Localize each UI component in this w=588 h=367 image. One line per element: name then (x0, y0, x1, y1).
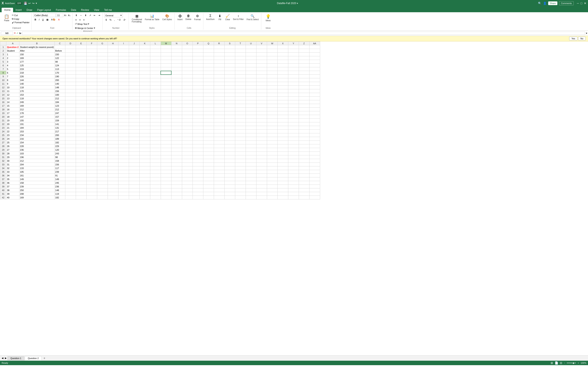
delete-cells-button[interactable]: 🗑 Delete (184, 13, 192, 21)
row-number-30[interactable]: 30 (0, 152, 6, 155)
cell-R19[interactable] (214, 111, 224, 115)
cell-L39[interactable] (150, 185, 161, 188)
cell-R17[interactable] (214, 104, 224, 108)
cell-Z7[interactable] (299, 67, 309, 71)
cell-W5[interactable] (267, 60, 277, 64)
cell-L5[interactable] (150, 60, 161, 64)
cell-I36[interactable] (118, 174, 129, 177)
cell-G31[interactable] (97, 155, 108, 159)
col-header-X[interactable]: X (277, 42, 288, 45)
cell-P40[interactable] (192, 188, 203, 192)
row-number-13[interactable]: 13 (0, 89, 6, 93)
cell-Q34[interactable] (203, 166, 214, 170)
cell-U11[interactable] (246, 82, 256, 86)
cell-G24[interactable] (97, 130, 108, 133)
cell-AA25[interactable] (309, 133, 320, 137)
cell-R13[interactable] (214, 89, 224, 93)
cell-X24[interactable] (277, 130, 288, 133)
cell-I9[interactable] (118, 75, 129, 78)
cell-G32[interactable] (97, 159, 108, 163)
cell-T4[interactable] (235, 56, 246, 60)
row-number-28[interactable]: 28 (0, 144, 6, 148)
cell-P35[interactable] (192, 170, 203, 174)
cell-G23[interactable] (97, 126, 108, 130)
formula-input[interactable] (22, 32, 585, 35)
cell-U23[interactable] (246, 126, 256, 130)
cell-N36[interactable] (171, 174, 182, 177)
cell-I23[interactable] (118, 126, 129, 130)
cell-B22[interactable]: 191 (19, 122, 54, 126)
autosave-toggle[interactable]: OFF (16, 2, 22, 5)
cell-S20[interactable] (224, 115, 235, 119)
cell-A27[interactable]: 25 (6, 141, 19, 144)
cell-C3[interactable]: 150 (54, 53, 65, 56)
cell-I37[interactable] (118, 177, 129, 181)
underline-button[interactable]: U (41, 18, 45, 22)
cell-I41[interactable] (118, 192, 129, 196)
cell-N18[interactable] (171, 108, 182, 111)
cell-C1[interactable] (54, 45, 65, 49)
cell-O31[interactable] (182, 155, 192, 159)
cell-AA33[interactable] (309, 163, 320, 166)
cell-O18[interactable] (182, 108, 192, 111)
cell-J18[interactable] (129, 108, 139, 111)
cell-V2[interactable] (256, 49, 267, 53)
cell-D1[interactable] (65, 45, 76, 49)
cell-O21[interactable] (182, 119, 192, 122)
cell-AA2[interactable] (309, 49, 320, 53)
cancel-formula-icon[interactable]: ✕ (14, 32, 16, 34)
cell-F3[interactable] (86, 53, 97, 56)
row-number-36[interactable]: 36 (0, 174, 6, 177)
cell-G16[interactable] (97, 100, 108, 104)
cell-O13[interactable] (182, 89, 192, 93)
cell-O1[interactable] (182, 45, 192, 49)
cell-N11[interactable] (171, 82, 182, 86)
cell-H18[interactable] (108, 108, 118, 111)
cell-V19[interactable] (256, 111, 267, 115)
cell-B38[interactable]: 158 (19, 181, 54, 185)
cell-P17[interactable] (192, 104, 203, 108)
cell-H31[interactable] (108, 155, 118, 159)
cell-S22[interactable] (224, 122, 235, 126)
cell-E20[interactable] (76, 115, 86, 119)
cell-T39[interactable] (235, 185, 246, 188)
cell-V7[interactable] (256, 67, 267, 71)
cell-Q27[interactable] (203, 141, 214, 144)
cell-W14[interactable] (267, 93, 277, 97)
cell-K40[interactable] (139, 188, 150, 192)
cell-I39[interactable] (118, 185, 129, 188)
cell-M41[interactable] (161, 192, 171, 196)
cell-L34[interactable] (150, 166, 161, 170)
cell-V6[interactable] (256, 64, 267, 67)
cell-S9[interactable] (224, 75, 235, 78)
cell-Y16[interactable] (288, 100, 299, 104)
cell-M34[interactable] (161, 166, 171, 170)
cell-AA15[interactable] (309, 97, 320, 100)
cell-T26[interactable] (235, 137, 246, 141)
cell-Q1[interactable] (203, 45, 214, 49)
tab-insert[interactable]: Insert (13, 8, 24, 12)
row-number-17[interactable]: 17 (0, 104, 6, 108)
cell-W32[interactable] (267, 159, 277, 163)
cell-P24[interactable] (192, 130, 203, 133)
cell-L26[interactable] (150, 137, 161, 141)
cell-J8[interactable] (129, 71, 139, 75)
cell-Z41[interactable] (299, 192, 309, 196)
cell-S42[interactable] (224, 196, 235, 200)
cell-Q18[interactable] (203, 108, 214, 111)
tab-data[interactable]: Data (68, 8, 78, 12)
cell-Z42[interactable] (299, 196, 309, 200)
cell-I32[interactable] (118, 159, 129, 163)
cell-D32[interactable] (65, 159, 76, 163)
cell-X38[interactable] (277, 181, 288, 185)
cell-S30[interactable] (224, 152, 235, 155)
cell-E2[interactable] (76, 49, 86, 53)
cell-R41[interactable] (214, 192, 224, 196)
cell-E21[interactable] (76, 119, 86, 122)
cell-T25[interactable] (235, 133, 246, 137)
cell-O20[interactable] (182, 115, 192, 119)
cell-W22[interactable] (267, 122, 277, 126)
cell-Z18[interactable] (299, 108, 309, 111)
cell-H4[interactable] (108, 56, 118, 60)
cell-I30[interactable] (118, 152, 129, 155)
